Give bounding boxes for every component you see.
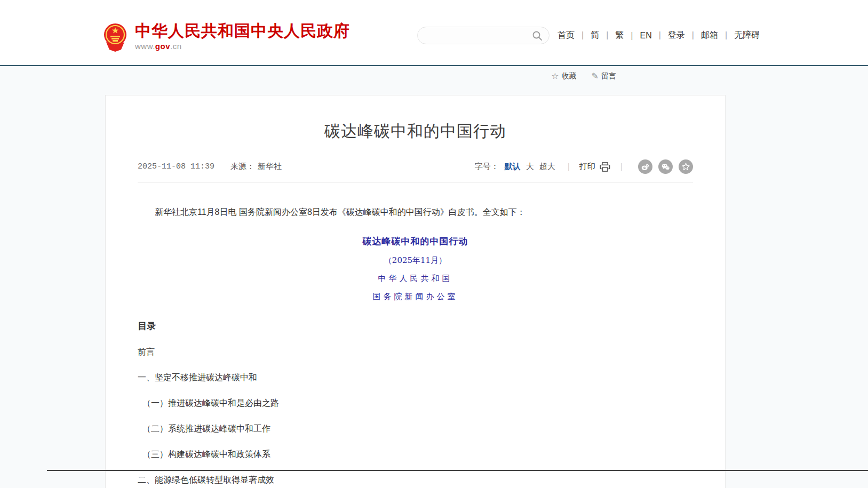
search-box [417, 27, 550, 44]
source-value: 新华社 [258, 162, 282, 172]
article-title: 碳达峰碳中和的中国行动 [138, 121, 693, 141]
national-emblem-icon [103, 22, 128, 52]
article-meta-left: 2025-11-08 11:39 来源： 新华社 [138, 162, 282, 172]
doc-org-line1: 中华人民共和国 [138, 274, 693, 284]
site-logo[interactable]: 中华人民共和国中央人民政府 www.gov.cn [103, 22, 350, 52]
footer-top-border [47, 470, 868, 471]
font-size-large[interactable]: 大 [526, 162, 534, 172]
doc-org-line2: 国务院新闻办公室 [138, 292, 693, 302]
print-button[interactable]: 打印 [579, 162, 611, 172]
font-size-default[interactable]: 默认 [505, 162, 521, 172]
page: 中华人民共和国中央人民政府 www.gov.cn 首页 简 繁 EN 登录 邮箱… [0, 0, 868, 488]
toc-item-1: 一、坚定不移推进碳达峰碳中和 [138, 372, 693, 383]
nav-simplified[interactable]: 简 [575, 30, 599, 41]
site-title: 中华人民共和国中央人民政府 [135, 22, 350, 40]
site-header: 中华人民共和国中央人民政府 www.gov.cn 首页 简 繁 EN 登录 邮箱… [0, 0, 868, 65]
article-meta-row: 2025-11-08 11:39 来源： 新华社 字号： 默认 大 超大 | 打… [138, 159, 693, 183]
site-text: 中华人民共和国中央人民政府 www.gov.cn [135, 22, 350, 51]
star-icon: ☆ [551, 72, 559, 81]
doc-title: 碳达峰碳中和的中国行动 [138, 235, 693, 247]
font-size-xlarge[interactable]: 超大 [539, 162, 555, 172]
article-card: 碳达峰碳中和的中国行动 2025-11-08 11:39 来源： 新华社 字号：… [105, 95, 726, 488]
nav-english[interactable]: EN [624, 31, 651, 41]
toolbar-divider: | [620, 162, 623, 172]
actions-bar: ☆ 收藏 ✎ 留言 [105, 70, 726, 83]
toc-item-1-1: （一）推进碳达峰碳中和是必由之路 [138, 398, 693, 409]
print-label: 打印 [579, 162, 595, 172]
article-date: 2025-11-08 11:39 [138, 162, 214, 171]
doc-heading-block: 碳达峰碳中和的中国行动 （2025年11月） 中华人民共和国 国务院新闻办公室 [138, 235, 693, 302]
search-input[interactable] [426, 31, 532, 40]
top-nav: 首页 简 繁 EN 登录 邮箱 无障碍 [558, 30, 760, 41]
article-toolbar: 字号： 默认 大 超大 | 打印 | [475, 159, 693, 174]
font-size-label: 字号： [475, 162, 499, 172]
toc-item-1-3: （三）构建碳达峰碳中和政策体系 [138, 449, 693, 460]
comment-button[interactable]: ✎ 留言 [592, 71, 616, 81]
source-label: 来源： [230, 162, 254, 172]
qzone-star-icon[interactable] [679, 159, 693, 174]
wechat-icon[interactable] [658, 159, 673, 174]
toc-item-preface: 前言 [138, 347, 693, 358]
article-intro: 新华社北京11月8日电 国务院新闻办公室8日发布《碳达峰碳中和的中国行动》白皮书… [138, 205, 693, 219]
nav-login[interactable]: 登录 [652, 30, 685, 41]
toc-item-1-2: （二）系统推进碳达峰碳中和工作 [138, 423, 693, 435]
doc-date: （2025年11月） [138, 255, 693, 266]
share-icons [632, 159, 693, 174]
weibo-icon[interactable] [638, 159, 652, 174]
toolbar-divider: | [568, 162, 570, 172]
comment-label: 留言 [601, 71, 616, 81]
nav-home[interactable]: 首页 [558, 30, 575, 41]
toc-heading: 目录 [138, 320, 693, 332]
nav-mail[interactable]: 邮箱 [685, 30, 718, 41]
nav-accessibility[interactable]: 无障碍 [718, 30, 760, 41]
nav-traditional[interactable]: 繁 [599, 30, 624, 41]
favorite-label: 收藏 [562, 71, 577, 81]
search-icon[interactable] [532, 30, 544, 42]
site-url: www.gov.cn [135, 42, 350, 51]
pencil-icon: ✎ [592, 72, 599, 81]
favorite-button[interactable]: ☆ 收藏 [551, 71, 576, 81]
printer-icon [599, 162, 611, 172]
toc-item-2: 二、能源绿色低碳转型取得显著成效 [138, 475, 693, 486]
